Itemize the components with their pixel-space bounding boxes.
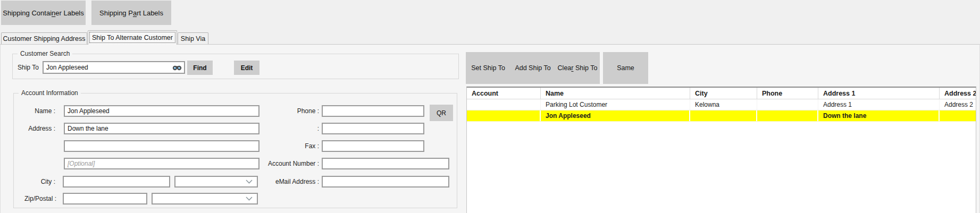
grid-cell bbox=[757, 110, 818, 121]
shipping-container-labels-label: Shipping Container Labels bbox=[3, 9, 84, 17]
grid-header-row: Account Name City Phone Address 1 Addres… bbox=[467, 88, 976, 99]
grid-header-account[interactable]: Account bbox=[467, 88, 541, 99]
add-ship-to-label: Add Ship To bbox=[515, 64, 550, 72]
account-number-label: Account Number : bbox=[250, 158, 319, 169]
shipping-container-labels-button[interactable]: Shipping Container Labels bbox=[1, 1, 86, 25]
grid-cell: Jon Appleseed bbox=[541, 110, 690, 121]
name-label: Name : bbox=[10, 105, 55, 117]
city-label: City : bbox=[10, 176, 55, 188]
phone2-label: : bbox=[250, 123, 319, 134]
app-window: Shipping Container Labels Shipping Part … bbox=[0, 0, 980, 213]
address-line3-placeholder: [Optional] bbox=[68, 160, 95, 167]
address-line1-input[interactable]: Down the lane bbox=[64, 123, 259, 134]
grid-cell bbox=[940, 110, 976, 121]
zip-postal-input[interactable] bbox=[63, 193, 147, 205]
ship-to-action-strip: Set Ship To Add Ship To Clear Ship To bbox=[466, 52, 600, 84]
grid-header-phone[interactable]: Phone bbox=[757, 88, 818, 99]
fax-input[interactable] bbox=[322, 140, 424, 152]
name-value: Jon Appleseed bbox=[68, 107, 110, 115]
grid-header-city[interactable]: City bbox=[690, 88, 757, 99]
account-information-group-title: Account Information bbox=[19, 89, 81, 97]
grid-row-jon-appleseed-selected[interactable]: Jon Appleseed Down the lane bbox=[467, 110, 976, 122]
ship-to-grid: Account Name City Phone Address 1 Addres… bbox=[466, 87, 976, 213]
phone2-input[interactable] bbox=[322, 123, 424, 134]
binoculars-icon[interactable] bbox=[172, 64, 182, 71]
city-input[interactable] bbox=[63, 176, 170, 188]
same-button-container: Same bbox=[603, 52, 648, 84]
same-button[interactable]: Same bbox=[603, 52, 648, 84]
province-select[interactable] bbox=[174, 176, 258, 188]
clear-ship-to-button[interactable]: Clear Ship To bbox=[555, 52, 600, 84]
grid-header-address2[interactable]: Address 2 bbox=[940, 88, 976, 99]
chevron-down-icon bbox=[246, 195, 253, 202]
find-button[interactable]: Find bbox=[187, 61, 213, 75]
set-ship-to-label: Set Ship To bbox=[471, 64, 505, 72]
shipping-part-labels-button[interactable]: Shipping Part Labels bbox=[91, 1, 171, 25]
account-number-input[interactable] bbox=[322, 158, 449, 169]
grid-cell: Address 1 bbox=[818, 99, 940, 110]
zip-postal-label: Zip/Postal : bbox=[10, 193, 56, 205]
address-label: Address : bbox=[10, 123, 55, 134]
tab-ship-to-alternate-customer[interactable]: Ship To Alternate Customer bbox=[88, 30, 177, 45]
edit-button[interactable]: Edit bbox=[234, 61, 259, 75]
country-select[interactable] bbox=[152, 193, 258, 205]
ship-to-label: Ship To bbox=[18, 62, 42, 73]
grid-header-address1[interactable]: Address 1 bbox=[818, 88, 940, 99]
email-address-input[interactable] bbox=[322, 176, 449, 188]
name-input[interactable]: Jon Appleseed bbox=[64, 105, 259, 117]
qr-button[interactable]: QR bbox=[430, 105, 453, 121]
grid-header-name[interactable]: Name bbox=[541, 88, 690, 99]
phone-label: Phone : bbox=[250, 105, 319, 117]
address-line2-input[interactable] bbox=[64, 140, 259, 152]
address-line3-input[interactable]: [Optional] bbox=[64, 158, 259, 169]
grid-cell bbox=[467, 99, 541, 110]
tab-ship-via[interactable]: Ship Via bbox=[178, 32, 208, 44]
ship-to-search-input[interactable]: Jon Appleseed bbox=[43, 61, 185, 74]
grid-row-parking-lot-customer[interactable]: Parking Lot Customer Kelowna Address 1 A… bbox=[467, 99, 976, 110]
address-line1-value: Down the lane bbox=[68, 125, 108, 132]
ship-to-search-value: Jon Appleseed bbox=[46, 64, 172, 71]
set-ship-to-button[interactable]: Set Ship To bbox=[466, 52, 510, 84]
grid-cell: Address 2 bbox=[940, 99, 976, 110]
fax-label: Fax : bbox=[250, 140, 319, 152]
grid-cell bbox=[690, 110, 757, 121]
phone-input[interactable] bbox=[322, 105, 424, 117]
shipping-part-labels-label: Shipping Part Labels bbox=[99, 9, 163, 17]
grid-cell: Kelowna bbox=[690, 99, 757, 110]
tab-customer-shipping-address[interactable]: Customer Shipping Address bbox=[1, 32, 87, 44]
grid-cell: Parking Lot Customer bbox=[541, 99, 690, 110]
grid-cell bbox=[467, 110, 541, 121]
grid-cell: Down the lane bbox=[818, 110, 940, 121]
grid-cell bbox=[757, 99, 818, 110]
email-address-label: eMail Address : bbox=[250, 176, 319, 188]
customer-search-group-title: Customer Search bbox=[18, 50, 72, 57]
add-ship-to-button[interactable]: Add Ship To bbox=[510, 52, 555, 84]
clear-ship-to-label: Clear Ship To bbox=[558, 64, 598, 72]
